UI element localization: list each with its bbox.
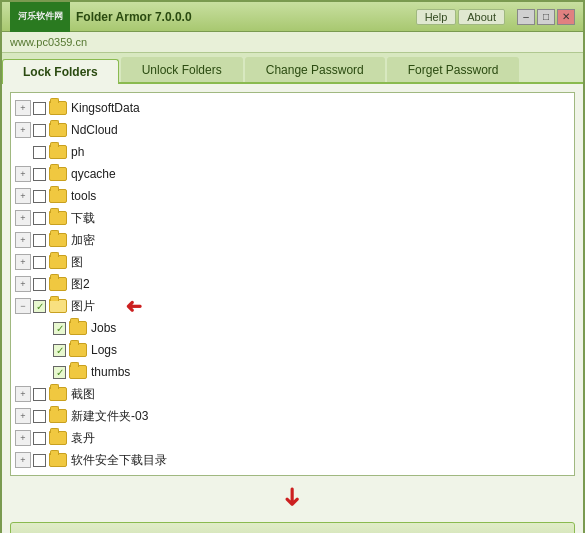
tab-change-password[interactable]: Change Password	[245, 57, 385, 82]
tree-item-pictures[interactable]: − ✓ 图片 ➜	[11, 295, 574, 317]
expander-icon[interactable]: +	[15, 452, 31, 468]
checkbox[interactable]: ✓	[33, 300, 46, 313]
item-label: 新建文件夹-03	[71, 408, 148, 425]
item-label: 软件安全下载目录	[71, 452, 167, 469]
arrow-container: ➜	[10, 484, 575, 514]
checkbox[interactable]	[33, 278, 46, 291]
checkbox[interactable]	[33, 168, 46, 181]
lock-folders-button[interactable]: Lock Folders	[10, 522, 575, 533]
expander-icon[interactable]: +	[15, 232, 31, 248]
checkbox[interactable]	[33, 102, 46, 115]
folder-icon	[49, 211, 67, 225]
item-label: Jobs	[91, 321, 116, 335]
item-label: 图	[71, 254, 83, 271]
tree-item[interactable]: + 图	[11, 251, 574, 273]
folder-icon	[49, 409, 67, 423]
folder-icon	[49, 277, 67, 291]
tab-lock-folders[interactable]: Lock Folders	[2, 59, 119, 84]
item-label: Logs	[91, 343, 117, 357]
tree-item[interactable]: ✓ Logs	[31, 339, 574, 361]
menu-bar: www.pc0359.cn	[2, 32, 583, 53]
expander-icon	[35, 320, 51, 336]
folder-icon	[49, 167, 67, 181]
folder-icon	[69, 365, 87, 379]
tree-item[interactable]: ✓ Jobs	[31, 317, 574, 339]
folder-icon	[49, 453, 67, 467]
item-label: NdCloud	[71, 123, 118, 137]
checkbox[interactable]	[33, 190, 46, 203]
tree-item[interactable]: + 图2	[11, 273, 574, 295]
tree-item[interactable]: ✓ thumbs	[31, 361, 574, 383]
checkbox[interactable]	[33, 124, 46, 137]
checkbox[interactable]: ✓	[53, 322, 66, 335]
item-label: 图2	[71, 276, 90, 293]
red-arrow-down-icon: ➜	[280, 486, 306, 508]
checkbox[interactable]	[33, 146, 46, 159]
checkbox[interactable]	[33, 410, 46, 423]
tree-item[interactable]: + tools	[11, 185, 574, 207]
tree-item[interactable]: + 软件安全下载目录	[11, 449, 574, 471]
checkbox[interactable]	[33, 256, 46, 269]
folder-icon	[49, 145, 67, 159]
expander-icon[interactable]: +	[15, 276, 31, 292]
tree-item[interactable]: + 加密	[11, 229, 574, 251]
about-button[interactable]: About	[458, 9, 505, 25]
expander-icon[interactable]: +	[15, 210, 31, 226]
tree-item[interactable]: + NdCloud	[11, 119, 574, 141]
expander-icon[interactable]: +	[15, 100, 31, 116]
tree-list: + KingsoftData + NdCloud ph	[11, 93, 574, 475]
tree-item[interactable]: + KingsoftData	[11, 97, 574, 119]
checkbox[interactable]: ✓	[53, 366, 66, 379]
expander-icon[interactable]: +	[15, 188, 31, 204]
tab-forget-password[interactable]: Forget Password	[387, 57, 520, 82]
tree-item[interactable]: + 新建文件夹-03	[11, 405, 574, 427]
folder-icon	[49, 101, 67, 115]
title-bar-left: 河乐软件网 Folder Armor 7.0.0.0	[10, 2, 192, 32]
content-area: + KingsoftData + NdCloud ph	[2, 84, 583, 533]
checkbox[interactable]	[33, 388, 46, 401]
folder-icon	[49, 255, 67, 269]
checkbox[interactable]: ✓	[53, 344, 66, 357]
expander-icon[interactable]: +	[15, 386, 31, 402]
expander-icon[interactable]: +	[15, 430, 31, 446]
tree-item[interactable]: + qycache	[11, 163, 574, 185]
checkbox[interactable]	[33, 432, 46, 445]
expander-icon[interactable]: −	[15, 298, 31, 314]
red-arrow-icon: ➜	[125, 294, 142, 318]
minimize-button[interactable]: –	[517, 9, 535, 25]
tree-item[interactable]: + 下载	[11, 207, 574, 229]
folder-icon	[49, 123, 67, 137]
tabs-row: Lock Folders Unlock Folders Change Passw…	[2, 53, 583, 84]
window-title: Folder Armor 7.0.0.0	[76, 10, 192, 24]
item-label: 下载	[71, 210, 95, 227]
folder-icon	[69, 321, 87, 335]
folder-icon	[49, 233, 67, 247]
expander-icon	[15, 144, 31, 160]
window-controls: Help About – □ ✕	[416, 9, 575, 25]
checkbox[interactable]	[33, 212, 46, 225]
item-label: 加密	[71, 232, 95, 249]
folder-icon	[49, 431, 67, 445]
expander-icon[interactable]: +	[15, 254, 31, 270]
item-label: 图片	[71, 298, 95, 315]
tree-item[interactable]: + 截图	[11, 383, 574, 405]
help-button[interactable]: Help	[416, 9, 457, 25]
close-button[interactable]: ✕	[557, 9, 575, 25]
folder-icon	[69, 343, 87, 357]
website-text: www.pc0359.cn	[10, 36, 87, 48]
folder-icon	[49, 299, 67, 313]
folder-icon	[49, 387, 67, 401]
expander-icon[interactable]: +	[15, 408, 31, 424]
tree-item[interactable]: + 袁丹	[11, 427, 574, 449]
restore-button[interactable]: □	[537, 9, 555, 25]
folder-tree[interactable]: + KingsoftData + NdCloud ph	[10, 92, 575, 476]
tab-unlock-folders[interactable]: Unlock Folders	[121, 57, 243, 82]
main-window: 河乐软件网 Folder Armor 7.0.0.0 Help About – …	[0, 0, 585, 533]
expander-icon[interactable]: +	[15, 166, 31, 182]
checkbox[interactable]	[33, 454, 46, 467]
checkbox[interactable]	[33, 234, 46, 247]
item-label: ph	[71, 145, 84, 159]
expander-icon	[35, 342, 51, 358]
tree-item[interactable]: ph	[11, 141, 574, 163]
expander-icon[interactable]: +	[15, 122, 31, 138]
